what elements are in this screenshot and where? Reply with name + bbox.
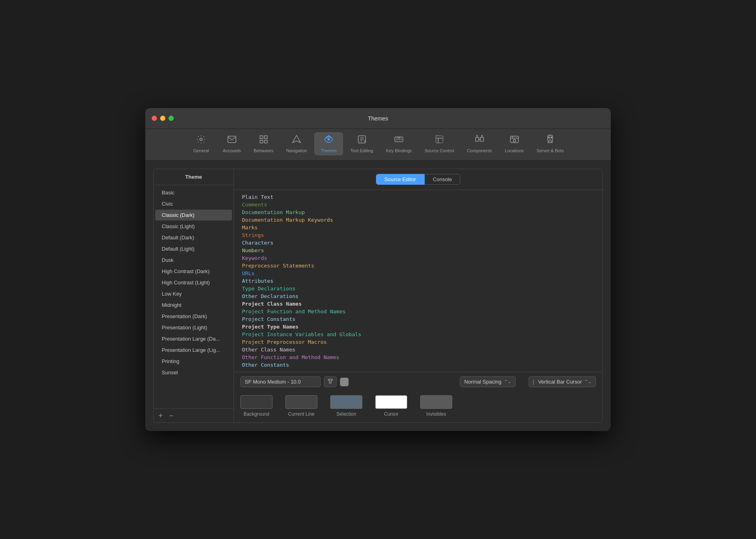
theme-item-basic[interactable]: Basic — [155, 187, 232, 198]
toolbar-item-themes[interactable]: Themes — [314, 132, 343, 155]
syntax-row[interactable]: Other Function and Method Names — [240, 353, 596, 361]
syntax-row[interactable]: Project Function and Method Names — [240, 308, 596, 315]
maximize-button[interactable] — [169, 116, 174, 121]
theme-item-low-key[interactable]: Low Key — [155, 288, 232, 299]
svg-rect-20 — [436, 136, 443, 143]
swatch-color-background[interactable] — [240, 395, 272, 409]
syntax-row[interactable]: Strings — [240, 231, 596, 239]
syntax-row[interactable]: Comments — [240, 201, 596, 208]
syntax-row[interactable]: Type Declarations — [240, 285, 596, 292]
spacing-selector[interactable]: Normal Spacing ⌃⌄ — [460, 376, 516, 387]
theme-item-presentation-light[interactable]: Presentation (Light) — [155, 322, 232, 333]
syntax-row[interactable]: Other Declarations — [240, 292, 596, 300]
toolbar-item-accounts[interactable]: Accounts — [217, 132, 246, 155]
syntax-row[interactable]: Project Preprocessor Macros — [240, 338, 596, 346]
syntax-row[interactable]: Other Constants — [240, 361, 596, 369]
swatch-color-invisibles[interactable] — [420, 395, 452, 409]
close-button[interactable] — [152, 116, 157, 121]
theme-item-high-contrast-light[interactable]: High Contrast (Light) — [155, 277, 232, 288]
swatch-item-cursor: Cursor — [375, 395, 407, 417]
toolbar-item-key-bindings[interactable]: Key Bindings — [380, 132, 417, 155]
theme-item-classic-light[interactable]: Classic (Light) — [155, 221, 232, 232]
tab-source-editor[interactable]: Source Editor — [376, 174, 425, 185]
sidebar-header: Theme — [154, 169, 234, 185]
themes-icon — [324, 135, 333, 147]
toolbar-item-behaviors[interactable]: Behaviors — [248, 132, 279, 155]
syntax-row[interactable]: Plain Text — [240, 193, 596, 201]
svg-point-30 — [513, 139, 516, 142]
toolbar-item-navigation[interactable]: Navigation — [280, 132, 313, 155]
cursor-bar-icon: | — [533, 379, 534, 385]
components-icon — [475, 135, 484, 147]
theme-item-civic[interactable]: Civic — [155, 198, 232, 209]
swatch-color-cursor[interactable] — [375, 395, 407, 409]
locations-icon — [510, 135, 519, 147]
syntax-row[interactable]: Project Constants — [240, 315, 596, 323]
sidebar-footer: + − — [154, 408, 234, 423]
toolbar-item-components[interactable]: Components — [461, 132, 498, 155]
syntax-row[interactable]: Project Instance Variables and Globals — [240, 331, 596, 338]
minimize-button[interactable] — [160, 116, 165, 121]
remove-theme-button[interactable]: − — [169, 412, 174, 419]
toolbar-item-text-editing[interactable]: Text Editing — [345, 132, 379, 155]
swatch-item-background: Background — [240, 395, 272, 417]
theme-item-midnight[interactable]: Midnight — [155, 300, 232, 310]
gear-icon — [196, 135, 206, 147]
navigation-label: Navigation — [286, 148, 307, 153]
add-theme-button[interactable]: + — [159, 412, 163, 419]
theme-item-default-light[interactable]: Default (Light) — [155, 243, 232, 254]
theme-item-presentation-large-dark[interactable]: Presentation Large (Da... — [155, 333, 232, 344]
theme-item-classic-dark[interactable]: Classic (Dark) — [155, 210, 232, 220]
syntax-row[interactable]: Documentation Markup — [240, 208, 596, 216]
swatch-label-background: Background — [244, 411, 269, 417]
theme-item-default-dark[interactable]: Default (Dark) — [155, 232, 232, 243]
cursor-chevron-icon: ⌃⌄ — [584, 379, 591, 384]
swatch-label-current-line: Current Line — [288, 411, 315, 417]
syntax-row[interactable]: Project Type Names — [240, 323, 596, 331]
font-color-button[interactable] — [340, 378, 349, 386]
font-picker-button[interactable] — [324, 376, 337, 387]
syntax-row[interactable]: Characters — [240, 239, 596, 247]
toolbar: General Accounts Behaviors — [145, 129, 611, 161]
source-control-label: Source Control — [425, 148, 454, 153]
source-control-icon — [435, 135, 444, 147]
text-editing-label: Text Editing — [350, 148, 373, 153]
font-name-field[interactable] — [240, 376, 321, 387]
theme-item-presentation-dark[interactable]: Presentation (Dark) — [155, 311, 232, 322]
toolbar-item-general[interactable]: General — [187, 132, 215, 155]
syntax-row[interactable]: Numbers — [240, 247, 596, 254]
window-title: Themes — [368, 115, 388, 122]
spacing-label: Normal Spacing — [464, 379, 502, 385]
syntax-row[interactable]: Attributes — [240, 277, 596, 285]
theme-item-sunset[interactable]: Sunset — [155, 367, 232, 378]
theme-item-printing[interactable]: Printing — [155, 356, 232, 367]
syntax-row[interactable]: Keywords — [240, 254, 596, 262]
tab-console[interactable]: Console — [425, 174, 461, 185]
theme-item-high-contrast-dark[interactable]: High Contrast (Dark) — [155, 266, 232, 277]
swatch-label-invisibles: Invisibles — [426, 411, 446, 417]
toolbar-item-source-control[interactable]: Source Control — [419, 132, 459, 155]
svg-line-9 — [326, 137, 327, 138]
syntax-row[interactable]: Documentation Markup Keywords — [240, 216, 596, 224]
syntax-row[interactable]: URLs — [240, 270, 596, 277]
titlebar: Themes — [145, 108, 611, 129]
theme-item-dusk[interactable]: Dusk — [155, 255, 232, 265]
svg-marker-5 — [293, 135, 301, 143]
swatch-color-current-line[interactable] — [285, 395, 317, 409]
svg-rect-31 — [548, 135, 553, 141]
syntax-row[interactable]: Other Class Names — [240, 346, 596, 353]
swatch-label-cursor: Cursor — [384, 411, 398, 417]
main-panel: Source Editor Console Plain TextComments… — [234, 169, 602, 423]
syntax-row[interactable]: Marks — [240, 224, 596, 231]
toolbar-item-locations[interactable]: Locations — [499, 132, 529, 155]
server-bots-icon — [545, 135, 555, 147]
toolbar-item-server-bots[interactable]: Server & Bots — [531, 132, 569, 155]
theme-item-presentation-large-light[interactable]: Presentation Large (Lig... — [155, 345, 232, 355]
cursor-selector[interactable]: | Vertical Bar Cursor ⌃⌄ — [528, 376, 596, 387]
behaviors-label: Behaviors — [254, 148, 273, 153]
syntax-row[interactable]: Preprocessor Statements — [240, 262, 596, 270]
svg-point-32 — [549, 137, 550, 138]
svg-rect-24 — [480, 137, 484, 141]
syntax-row[interactable]: Project Class Names — [240, 300, 596, 308]
swatch-color-selection[interactable] — [330, 395, 362, 409]
